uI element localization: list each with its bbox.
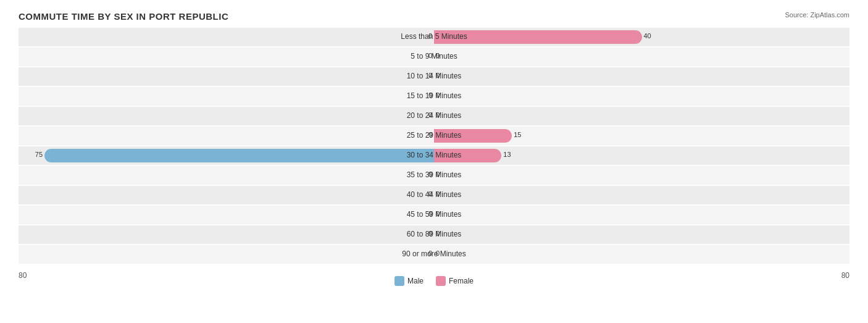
female-value-label: 40 [644,32,651,40]
row-background [19,206,849,224]
chart-row: 0035 to 39 Minutes [19,166,849,185]
chart-row: 0090 or more Minutes [19,245,849,264]
male-legend-label: Male [407,277,424,285]
male-value-label: 0 [428,91,432,99]
male-value-label: 0 [428,250,432,257]
female-value-label: 0 [436,52,440,59]
male-value-label: 0 [428,111,432,119]
male-value-label: 75 [35,151,43,158]
bottom-labels: 80 Male Female 80 [19,271,849,286]
legend-female: Female [436,276,474,286]
chart-row: 0020 to 24 Minutes [19,107,849,125]
female-value-label: 0 [436,190,440,198]
legend-male: Male [394,276,424,286]
female-value-label: 0 [436,250,440,257]
legend: Male Female [394,276,474,286]
chart-row: 005 to 9 Minutes [19,48,849,66]
female-value-label: 0 [436,230,440,237]
male-value-label: 0 [428,72,432,79]
male-value-label: 0 [428,32,432,40]
female-legend-label: Female [449,277,474,285]
row-background [19,186,849,204]
female-value-label: 0 [436,111,440,119]
chart-title: COMMUTE TIME BY SEX IN PORT REPUBLIC [19,11,849,22]
male-value-label: 0 [428,230,432,237]
male-value-label: 0 [428,170,432,178]
female-bar [434,149,501,162]
row-background [19,245,849,264]
row-background [19,107,849,125]
male-legend-box [394,276,404,286]
female-value-label: 0 [436,72,440,79]
row-background [19,87,849,106]
row-background [19,225,849,244]
female-bar [434,129,512,143]
row-background [19,67,849,86]
male-value-label: 0 [428,210,432,217]
female-value-label: 0 [436,91,440,99]
chart-row: 040Less than 5 Minutes [19,28,849,46]
row-background [19,166,849,185]
chart-row: 0015 to 19 Minutes [19,87,849,106]
female-value-label: 15 [514,131,521,138]
axis-left-label: 80 [19,271,27,286]
female-legend-box [436,276,446,286]
chart-row: 0040 to 44 Minutes [19,186,849,204]
female-value-label: 0 [436,210,440,217]
female-bar [434,30,642,44]
chart-area: 040Less than 5 Minutes005 to 9 Minutes00… [19,28,849,269]
chart-row: 0010 to 14 Minutes [19,67,849,86]
source-label: Source: ZipAtlas.com [785,11,849,19]
chart-row: 751330 to 34 Minutes [19,146,849,165]
chart-container: COMMUTE TIME BY SEX IN PORT REPUBLIC Sou… [0,0,868,323]
female-value-label: 0 [436,170,440,178]
row-background [19,48,849,66]
chart-row: 0060 to 89 Minutes [19,225,849,244]
male-value-label: 0 [428,190,432,198]
chart-row: 0045 to 59 Minutes [19,206,849,224]
male-value-label: 0 [428,52,432,59]
male-value-label: 0 [428,131,432,138]
male-bar [44,149,434,162]
axis-right-label: 80 [841,271,849,286]
female-value-label: 13 [503,151,511,158]
chart-row: 01525 to 29 Minutes [19,127,849,145]
